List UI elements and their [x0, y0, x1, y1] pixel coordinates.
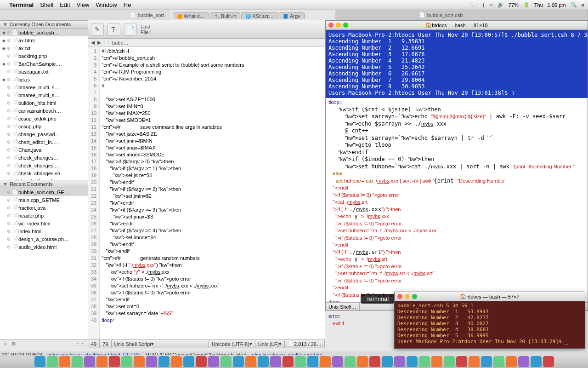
close-icon[interactable]: ⊘ — [6, 108, 12, 113]
pencil-icon[interactable]: ✎ — [91, 23, 104, 36]
file-row[interactable]: ⊘📄Chart.java — [0, 146, 88, 154]
dock-app[interactable] — [531, 356, 542, 367]
bluetooth-icon[interactable]: ᚼ — [482, 2, 485, 8]
gear-icon[interactable]: ⚙ — [11, 341, 16, 347]
dock-app[interactable] — [469, 356, 480, 367]
close-icon[interactable]: ⊘ — [6, 147, 12, 152]
dock-app[interactable] — [96, 356, 107, 367]
terminal-titlebar[interactable]: 🏠 htdocs — bash — 81×10 — [326, 21, 588, 30]
file-row[interactable]: ⊘📄canvasrainbow.h… — [0, 107, 88, 115]
close-icon[interactable]: ⊘ — [6, 77, 12, 82]
right-status-lang[interactable]: Unix Shell… — [326, 303, 360, 310]
file-row[interactable]: ⊘📄audio_video.html — [0, 243, 88, 251]
close-icon[interactable]: ⊘ — [6, 53, 12, 58]
status-le[interactable]: Unix (LF) ▾ — [255, 340, 285, 348]
terminal-output-blue[interactable]: Users-MacBook-Pro-2:htdocs User Thu Nov … — [326, 30, 588, 98]
dock-app[interactable] — [270, 356, 281, 367]
app-name[interactable]: Terminal — [9, 1, 34, 8]
dock-app[interactable] — [295, 356, 306, 367]
close-icon[interactable]: ⊘ — [6, 190, 12, 195]
dock-app[interactable] — [407, 356, 418, 367]
dock-app[interactable] — [431, 356, 442, 367]
file-row[interactable]: ⊘📄design_a_course.ph… — [0, 235, 88, 243]
battery-icon[interactable]: 🔋 — [523, 2, 530, 8]
dock-app[interactable] — [109, 356, 120, 367]
dock-app[interactable] — [258, 356, 269, 367]
dock-app[interactable] — [34, 356, 45, 367]
dock-app[interactable] — [444, 356, 455, 367]
dock-app[interactable] — [382, 356, 393, 367]
notifications-icon[interactable]: ≡ — [582, 2, 584, 8]
menu-help[interactable]: He — [124, 1, 131, 8]
status-lang[interactable]: Unix Shell Script ▾ — [112, 340, 209, 348]
close-icon[interactable]: ⊘ — [6, 61, 12, 66]
close-icon[interactable]: ⊘ — [6, 69, 12, 74]
file-row[interactable]: ◆⊘📄ax.txt — [0, 44, 88, 52]
dock-app[interactable] — [283, 356, 294, 367]
add-icon[interactable]: ＋ — [3, 340, 8, 347]
minimize-icon[interactable] — [405, 294, 410, 299]
open-docs-header[interactable]: ▼Currently Open Documents — [0, 20, 88, 29]
close-icon[interactable]: ⊘ — [6, 197, 12, 202]
close-icon[interactable]: ⊘ — [6, 100, 12, 105]
dock-app[interactable] — [320, 356, 331, 367]
dock-app[interactable] — [208, 356, 219, 367]
code-source[interactable]: #! /bin/csh -f "cm"># bubble_sort.csh "c… — [100, 47, 246, 339]
close-icon[interactable]: ⊘ — [6, 221, 12, 226]
dock-app[interactable] — [146, 356, 157, 367]
dock-app[interactable] — [419, 356, 430, 367]
dock-app[interactable] — [220, 356, 232, 367]
menu-shell[interactable]: Shell — [40, 1, 53, 8]
dock-app[interactable] — [196, 356, 207, 367]
dock-app[interactable] — [369, 356, 380, 367]
file-row[interactable]: ⊘📄buildon_hits.html — [0, 99, 88, 107]
tab-right-file[interactable]: 📄 bubble_sort.csh — [294, 10, 588, 20]
dock-app[interactable] — [233, 356, 244, 367]
dock-app[interactable] — [134, 356, 145, 367]
close-icon[interactable]: ⊘ — [6, 116, 12, 121]
close-icon[interactable]: ⊘ — [6, 213, 12, 218]
dock-app[interactable] — [518, 356, 529, 367]
dock-app[interactable] — [158, 356, 170, 367]
zoom-icon[interactable] — [343, 23, 348, 28]
document-icon[interactable]: 📄 — [124, 23, 137, 36]
dock-app[interactable] — [506, 356, 517, 367]
dock-app[interactable] — [394, 356, 405, 367]
small-terminal-body[interactable]: bubble_sort.csh 5 34 56 1 Descending Num… — [395, 301, 585, 346]
dock-app[interactable] — [171, 356, 182, 367]
small-terminal-titlebar[interactable]: 🏠 htdocs — bash — 57×7 — [395, 292, 585, 301]
file-row[interactable]: ⊘📄bubble_sort.csh_GE… — [0, 188, 88, 196]
file-row[interactable]: ⊘📄change_passwd… — [0, 130, 88, 138]
nav-next-icon[interactable]: ▶ — [97, 40, 101, 46]
file-row[interactable]: ◆⊘📄BarChartSample.… — [0, 60, 88, 68]
close-icon[interactable]: ⊘ — [6, 205, 12, 210]
wifi-icon[interactable]: ⌔ — [490, 2, 493, 8]
file-row[interactable]: ⊘📄chart_editor_in.… — [0, 138, 88, 146]
dock-app[interactable] — [493, 356, 504, 367]
nav-prev-icon[interactable]: ◀ — [91, 40, 95, 46]
close-icon[interactable]: ⊘ — [6, 229, 12, 234]
close-icon[interactable]: ⊘ — [6, 139, 12, 144]
dock-app[interactable] — [245, 356, 256, 367]
browser-tab[interactable]: 🔧 Built-in — [210, 12, 241, 19]
close-icon[interactable]: ⊘ — [6, 171, 12, 176]
spotlight-icon[interactable]: 🔍 — [571, 2, 577, 8]
file-row[interactable]: ⊘📄ccsup.php — [0, 122, 88, 130]
flag-icon[interactable]: 🏳️ — [471, 2, 477, 8]
close-icon[interactable]: ⊘ — [6, 132, 12, 137]
dock-app[interactable] — [59, 356, 70, 367]
file-row[interactable]: ◆⊘📄ax.html — [0, 36, 88, 44]
file-row[interactable]: ⊘📄header.php — [0, 212, 88, 219]
file-row[interactable]: ⊘📄check_changes.sh — [0, 169, 88, 177]
status-enc[interactable]: Unicode (UTF-8) ▾ — [209, 340, 255, 348]
dock-app[interactable] — [121, 356, 132, 367]
editor-breadcrumb[interactable]: ◀ ▶ 📄 bubb… — [88, 39, 325, 47]
dock-app[interactable] — [183, 356, 194, 367]
file-row[interactable]: ◆⊘📄bubble_sort.csh… — [0, 29, 88, 36]
close-icon[interactable]: ⊘ — [6, 30, 12, 35]
minimize-icon[interactable] — [336, 23, 341, 28]
close-icon[interactable]: ⊘ — [6, 124, 12, 129]
dock-app[interactable] — [543, 356, 554, 367]
file-row[interactable]: ⊘📄ccsup_oldok.php — [0, 115, 88, 122]
dock-app[interactable] — [481, 356, 492, 367]
